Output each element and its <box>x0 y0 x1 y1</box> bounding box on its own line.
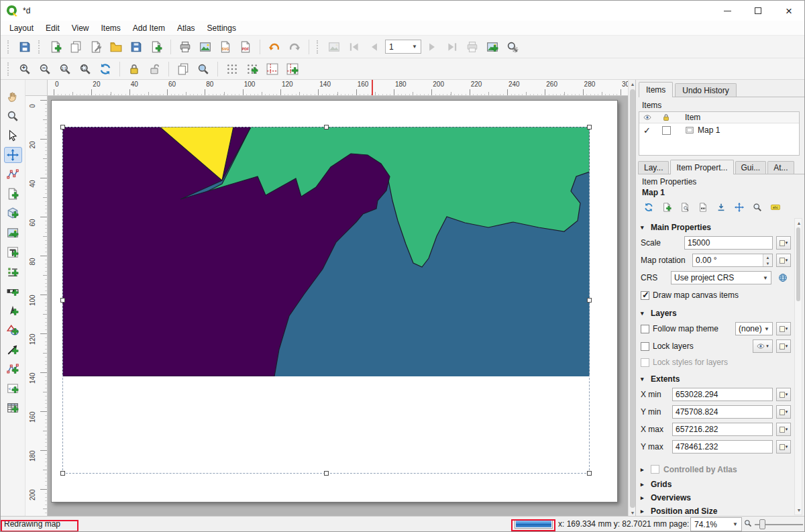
atlas-settings-button[interactable] <box>503 38 522 56</box>
atlas-feature-combo[interactable]: 1 ▼ <box>385 40 421 54</box>
export-svg-button[interactable]: SVG <box>216 38 235 56</box>
close-button[interactable]: × <box>773 1 804 21</box>
add-html-button[interactable] <box>4 380 22 396</box>
map-rotation-spinbox[interactable]: 0.00 ° ▲▼ <box>692 254 773 267</box>
export-pdf-button[interactable]: PDF <box>236 38 255 56</box>
duplicate-layout-button[interactable] <box>66 38 85 56</box>
lock-layers-menu-button[interactable]: ▾ <box>753 339 773 353</box>
save-as-template-button[interactable] <box>127 38 146 56</box>
selection-handle[interactable] <box>60 298 65 303</box>
set-extent-to-canvas-button[interactable] <box>658 199 675 215</box>
add-attribute-table-button[interactable] <box>4 400 22 416</box>
menu-settings[interactable]: Settings <box>201 22 242 34</box>
select-move-item-tool-button[interactable] <box>4 127 22 144</box>
redo-button[interactable] <box>285 38 304 56</box>
maximize-button[interactable] <box>743 1 773 21</box>
section-layers[interactable]: ▾ Layers <box>641 306 791 320</box>
preview-atlas-button[interactable] <box>325 38 343 56</box>
zoom-in-button[interactable]: + <box>15 60 34 78</box>
scroll-up-icon[interactable]: ▲ <box>795 219 803 227</box>
visibility-checkmark[interactable]: ✓ <box>643 125 651 136</box>
menu-edit[interactable]: Edit <box>40 22 66 34</box>
raise-items-button[interactable] <box>174 60 193 78</box>
selection-handle[interactable] <box>60 125 65 129</box>
panel-vertical-scrollbar[interactable]: ▲ ▼ <box>794 218 802 515</box>
undo-button[interactable] <box>265 38 284 56</box>
tab-item-properties[interactable]: Item Propert... <box>670 160 733 174</box>
zoom-level-combo[interactable]: 74.1% ▼ <box>690 517 742 531</box>
refresh-view-button[interactable] <box>96 60 115 78</box>
zoom-out-button[interactable]: − <box>36 60 54 78</box>
add-shape-button[interactable] <box>4 322 22 338</box>
add-legend-button[interactable] <box>4 264 22 280</box>
show-guides-button[interactable] <box>263 60 282 78</box>
crs-combo[interactable]: Use project CRS ▼ <box>671 271 771 284</box>
tab-guides[interactable]: Gui... <box>735 161 767 174</box>
add-arrow-button[interactable] <box>4 341 22 358</box>
controlled-by-atlas-checkbox[interactable] <box>651 465 659 474</box>
zoom-to-item-button[interactable] <box>749 199 765 215</box>
scrollbar-thumb[interactable] <box>630 89 635 508</box>
tab-atlas[interactable]: At... <box>767 161 794 174</box>
lock-layers-checkbox[interactable] <box>641 342 649 351</box>
tab-undo-history[interactable]: Undo History <box>675 83 736 97</box>
load-template-button[interactable] <box>107 38 125 56</box>
add-node-item-button[interactable] <box>4 361 22 377</box>
selection-handle[interactable] <box>324 471 329 476</box>
menu-atlas[interactable]: Atlas <box>171 22 201 34</box>
pan-tool-button[interactable] <box>4 89 22 105</box>
selection-handle[interactable] <box>60 471 65 476</box>
toolbar-grip[interactable] <box>317 40 321 54</box>
section-extents[interactable]: ▾ Extents <box>641 372 791 386</box>
unlock-all-items-button[interactable] <box>145 60 164 78</box>
section-overviews[interactable]: ▸ Overviews <box>641 492 791 503</box>
scrollbar-thumb[interactable] <box>796 227 800 301</box>
x-min-override-button[interactable]: ▾ <box>776 388 791 401</box>
print-atlas-button[interactable] <box>463 38 482 56</box>
toolbar-grip[interactable] <box>7 62 11 76</box>
export-atlas-button[interactable] <box>483 38 502 56</box>
lock-checkbox[interactable] <box>662 126 671 135</box>
tab-layout[interactable]: Lay... <box>638 161 669 174</box>
edit-nodes-item-tool-button[interactable] <box>4 166 22 182</box>
export-image-button[interactable] <box>196 38 215 56</box>
lock-styles-checkbox[interactable] <box>641 358 649 367</box>
atlas-last-feature-button[interactable] <box>443 38 462 56</box>
add-3d-map-button[interactable] <box>4 205 22 221</box>
menu-items[interactable]: Items <box>95 22 127 34</box>
x-max-override-button[interactable]: ▾ <box>776 423 791 436</box>
select-crs-button[interactable] <box>775 271 791 284</box>
toolbar-grip[interactable] <box>38 40 42 54</box>
lock-layers-override-button[interactable]: ▾ <box>776 339 791 353</box>
selection-handle[interactable] <box>587 298 592 303</box>
y-min-input[interactable]: 475708.824 <box>672 405 773 419</box>
menu-view[interactable]: View <box>66 22 95 34</box>
show-grid-button[interactable] <box>223 60 241 78</box>
follow-map-theme-checkbox[interactable] <box>641 325 649 333</box>
add-pages-button[interactable] <box>147 38 166 56</box>
atlas-first-feature-button[interactable] <box>345 38 364 56</box>
y-min-override-button[interactable]: ▾ <box>776 405 791 419</box>
rotation-override-button[interactable]: ▾ <box>776 254 791 267</box>
section-controlled-by-atlas[interactable]: ▸ Controlled by Atlas <box>641 462 791 476</box>
section-position-and-size[interactable]: ▸ Position and Size <box>641 505 791 517</box>
section-main-properties[interactable]: ▾ Main Properties <box>641 220 791 234</box>
view-extent-in-canvas-button[interactable] <box>676 199 693 215</box>
move-item-content-tool-button[interactable] <box>4 147 22 163</box>
set-scale-to-canvas-button[interactable] <box>694 199 711 215</box>
print-layout-button[interactable] <box>176 38 195 56</box>
selection-handle[interactable] <box>587 471 592 476</box>
update-map-preview-button[interactable] <box>640 199 657 215</box>
theme-override-button[interactable]: ▾ <box>776 322 791 335</box>
items-row-map1[interactable]: ✓ Map 1 <box>639 123 799 137</box>
snap-to-grid-button[interactable] <box>243 60 262 78</box>
menu-add-item[interactable]: Add Item <box>127 22 171 34</box>
layout-manager-button[interactable] <box>87 38 105 56</box>
zoom-tool-button[interactable] <box>4 108 22 124</box>
snap-to-guides-button[interactable] <box>283 60 302 78</box>
scale-override-button[interactable]: ▾ <box>776 236 791 250</box>
zoom-full-button[interactable] <box>76 60 95 78</box>
labeling-settings-button[interactable]: abc <box>767 199 784 215</box>
selection-handle[interactable] <box>324 125 329 129</box>
atlas-next-feature-button[interactable] <box>423 38 441 56</box>
